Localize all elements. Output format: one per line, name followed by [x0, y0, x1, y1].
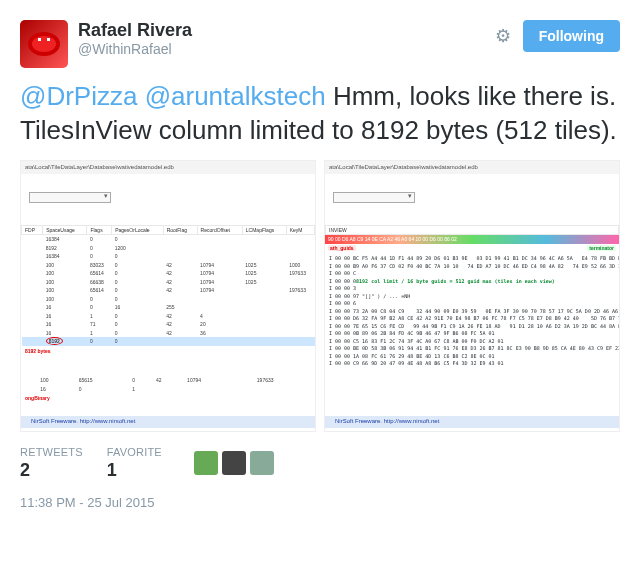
user-name-block[interactable]: Rafael Rivera @WithinRafael [78, 20, 495, 57]
path-bar: ata\Local\TileDataLayer\Database\watived… [325, 161, 619, 175]
dropdown [333, 192, 415, 203]
svg-rect-2 [38, 38, 41, 41]
favorites-stat[interactable]: FAVORITE 1 [107, 446, 162, 481]
faver-avatars [194, 451, 274, 475]
data-table: FDPSpaceUsageFlagsPagesOrLocaleRootFlagR… [21, 225, 315, 346]
stats-row: RETWEETS 2 FAVORITE 1 [20, 446, 620, 481]
mini-avatar[interactable] [250, 451, 274, 475]
mention-link[interactable]: @DrPizza [20, 81, 137, 111]
avatar[interactable] [20, 20, 68, 68]
header-actions: ⚙ Following [495, 20, 620, 52]
dropdown [29, 192, 111, 203]
gear-icon[interactable]: ⚙ [495, 25, 511, 47]
svg-rect-3 [47, 38, 50, 41]
timestamp[interactable]: 11:38 PM - 25 Jul 2015 [20, 495, 620, 510]
hex-header: 90 00 D6 A8 C9 14 0E CA A2 46 A0 64 10 0… [325, 235, 619, 244]
tweet-header: Rafael Rivera @WithinRafael ⚙ Following [20, 20, 620, 68]
following-button[interactable]: Following [523, 20, 620, 52]
screenshot-1[interactable]: ata\Local\TileDataLayer\Database\watived… [20, 160, 316, 432]
mini-avatar[interactable] [222, 451, 246, 475]
display-name: Rafael Rivera [78, 20, 495, 41]
retweets-stat[interactable]: RETWEETS 2 [20, 446, 83, 481]
screenshot-2[interactable]: ata\Local\TileDataLayer\Database\watived… [324, 160, 620, 432]
hex-rows: I 00 00 BC F5 A4 44 1D F1 44 89 20 D6 01… [325, 252, 619, 371]
binary-note: ongBinary [25, 395, 50, 401]
bytes-note: 8192 bytes [21, 346, 315, 357]
nirsoft-footer: NirSoft Freeware. http://www.nirsoft.net [325, 416, 619, 428]
mention-link[interactable]: @aruntalkstech [145, 81, 326, 111]
tweet-text: @DrPizza @aruntalkstech Hmm, looks like … [20, 80, 620, 148]
svg-point-1 [32, 36, 56, 52]
mini-avatar[interactable] [194, 451, 218, 475]
path-bar: ata\Local\TileDataLayer\Database\watived… [21, 161, 315, 175]
nirsoft-footer: NirSoft Freeware. http://www.nirsoft.net [21, 416, 315, 428]
media-row: ata\Local\TileDataLayer\Database\watived… [20, 160, 620, 432]
handle: @WithinRafael [78, 41, 495, 57]
tweet-card: Rafael Rivera @WithinRafael ⚙ Following … [0, 0, 640, 530]
